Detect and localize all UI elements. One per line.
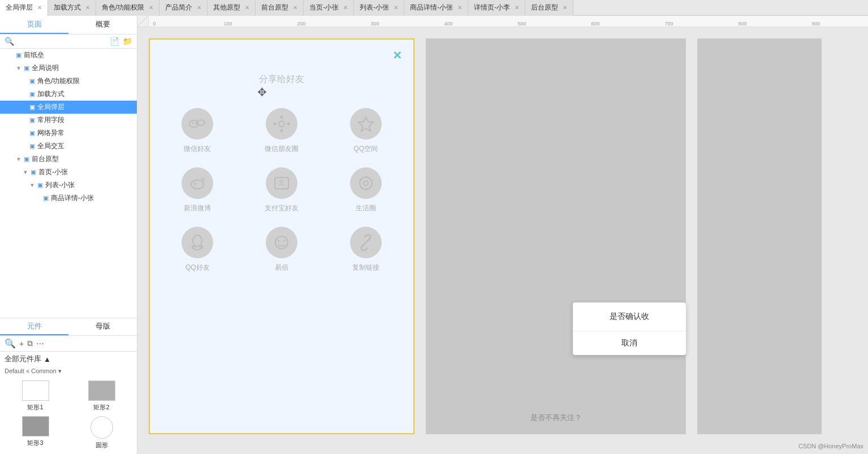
tab-3[interactable]: 产品简介✕	[159, 0, 208, 16]
component-label-1: 矩形2	[93, 403, 109, 412]
ruler-row: 0100200300400500600700800900	[137, 16, 868, 27]
bottom-search-icon[interactable]: 🔍	[5, 338, 16, 349]
share-item-6[interactable]: QQ好友	[182, 227, 213, 273]
share-icon-3	[182, 167, 213, 199]
share-item-4[interactable]: 支 支付宝好友	[265, 167, 299, 213]
tab-close-3[interactable]: ✕	[197, 5, 201, 11]
svg-point-21	[283, 240, 285, 242]
tab-2[interactable]: 角色/功能权限✕	[96, 0, 159, 16]
tree-item-11[interactable]: ▶▣商品详情-小张	[0, 192, 137, 205]
tab-close-2[interactable]: ✕	[149, 5, 153, 11]
arrow-1: ▼	[16, 65, 21, 71]
page-icon-7: ▣	[29, 142, 35, 150]
more-icon[interactable]: ⋯	[36, 339, 44, 348]
share-item-2[interactable]: QQ空间	[350, 108, 382, 154]
tab-close-10[interactable]: ✕	[563, 5, 567, 11]
tab-masters[interactable]: 母版	[68, 318, 137, 335]
tree-item-0[interactable]: ▶▣前纸垒	[0, 49, 137, 62]
component-1[interactable]: 矩形2	[71, 381, 132, 412]
ruler-mark-600: 600	[591, 21, 599, 27]
shape-rect-white	[22, 381, 49, 401]
tree-item-4[interactable]: ▶▣全局弹层	[0, 101, 137, 114]
tab-close-0[interactable]: ✕	[37, 5, 42, 11]
confirm-text: 是否确认收	[573, 302, 686, 331]
modal-title: 分享给好友	[161, 73, 402, 85]
ruler-numbers: 0100200300400500600700800900	[149, 16, 868, 27]
tab-8[interactable]: 商品详情-小张✕	[404, 0, 468, 16]
share-item-7[interactable]: 易佰	[266, 227, 297, 273]
ruler-mark-300: 300	[370, 21, 379, 27]
tree-label-2: 角色/功能权限	[37, 76, 80, 86]
tab-9[interactable]: 详情页-小李✕	[468, 0, 525, 16]
tab-1[interactable]: 加载方式✕	[48, 0, 96, 16]
svg-point-2	[192, 123, 194, 124]
library-label-text: 全部元件库	[5, 354, 41, 364]
component-label-3: 圆形	[96, 441, 108, 449]
copy-icon[interactable]: ⧉	[27, 339, 33, 348]
sidebar-toolbar-right: 📄 📁	[110, 37, 132, 46]
share-icon-4: 支	[266, 167, 297, 199]
tree-item-10[interactable]: ▼▣列表-小张	[0, 179, 137, 192]
sidebar-top-tabs: 页面 概要	[0, 16, 137, 34]
cancel-button[interactable]: 取消	[573, 331, 686, 355]
ruler-mark-100: 100	[223, 21, 232, 27]
folder-icon[interactable]: 📁	[123, 37, 132, 46]
ruler-mark-800: 800	[738, 21, 746, 27]
svg-point-18	[200, 245, 202, 248]
default-common-label[interactable]: Default « Common ▾	[0, 366, 137, 376]
tree-item-9[interactable]: ▼▣首页-小张	[0, 166, 137, 179]
share-icon-5	[350, 167, 382, 199]
ruler-mark-700: 700	[664, 21, 673, 27]
component-2[interactable]: 矩形3	[5, 416, 66, 449]
search-icon[interactable]: 🔍	[5, 37, 14, 46]
arrow-10: ▼	[29, 182, 35, 188]
tab-10[interactable]: 后台原型✕	[525, 0, 573, 16]
tree-label-0: 前纸垒	[24, 50, 44, 60]
svg-text:支: 支	[278, 179, 285, 187]
tab-outline[interactable]: 概要	[68, 16, 137, 34]
component-3[interactable]: 圆形	[71, 416, 132, 449]
share-item-8[interactable]: 复制链接	[350, 227, 382, 273]
tab-5[interactable]: 前台原型✕	[256, 0, 304, 16]
bottom-toolbar: 🔍 + ⧉ ⋯	[0, 336, 137, 352]
tab-components[interactable]: 元件	[0, 318, 68, 335]
tab-close-6[interactable]: ✕	[343, 5, 348, 11]
tree-item-3[interactable]: ▶▣加载方式	[0, 88, 137, 101]
tab-close-8[interactable]: ✕	[457, 5, 462, 11]
share-label-1: 微信朋友圈	[265, 144, 299, 154]
tree-item-2[interactable]: ▶▣角色/功能权限	[0, 75, 137, 88]
tab-close-7[interactable]: ✕	[394, 5, 398, 11]
new-page-icon[interactable]: 📄	[110, 37, 119, 46]
tab-0[interactable]: 全局弹层✕	[0, 0, 48, 16]
add-icon[interactable]: +	[19, 339, 24, 348]
tree-label-6: 网络异常	[37, 128, 64, 138]
share-item-0[interactable]: 微信好友	[182, 108, 213, 154]
tab-close-5[interactable]: ✕	[293, 5, 297, 11]
watermark: CSDN @HoneyProMax	[798, 443, 863, 449]
tab-4[interactable]: 其他原型✕	[208, 0, 256, 16]
share-icon-0	[182, 108, 213, 140]
tab-close-4[interactable]: ✕	[245, 5, 249, 11]
tab-page[interactable]: 页面	[0, 16, 68, 34]
tree-item-5[interactable]: ▶▣常用字段	[0, 114, 137, 127]
tree-item-8[interactable]: ▼▣前台原型	[0, 153, 137, 166]
tree-item-7[interactable]: ▶▣全局交互	[0, 140, 137, 153]
share-label-7: 易佰	[275, 263, 288, 273]
ruler-mark-400: 400	[444, 21, 452, 27]
share-icon-1	[266, 108, 297, 140]
tree-label-9: 首页-小张	[38, 167, 68, 177]
svg-point-12	[194, 183, 196, 185]
tab-close-1[interactable]: ✕	[85, 5, 90, 11]
tab-6[interactable]: 当页-小张✕	[304, 0, 354, 16]
share-item-5[interactable]: 生活圈	[350, 167, 382, 213]
svg-point-15	[364, 181, 368, 185]
tab-7[interactable]: 列表-小张✕	[354, 0, 404, 16]
svg-point-9	[287, 123, 290, 126]
component-0[interactable]: 矩形1	[5, 381, 66, 412]
page-icon-10: ▣	[37, 181, 43, 189]
tab-close-9[interactable]: ✕	[515, 5, 519, 11]
tree-item-1[interactable]: ▼▣全局说明	[0, 62, 137, 75]
share-item-3[interactable]: 新浪微博	[182, 167, 213, 213]
share-item-1[interactable]: 微信朋友圈	[265, 108, 299, 154]
tree-item-6[interactable]: ▶▣网络异常	[0, 127, 137, 140]
